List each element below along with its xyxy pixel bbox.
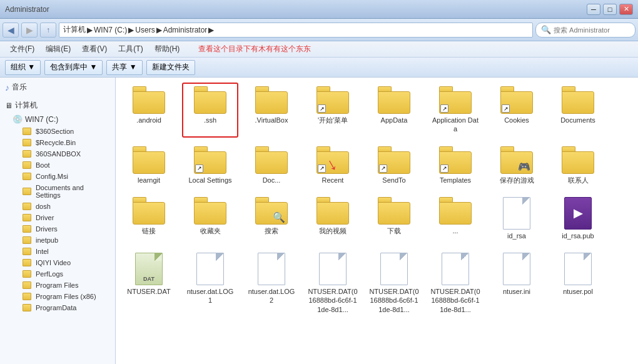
file-item-r1-10[interactable]: Doc... xyxy=(243,143,300,188)
sidebar-item-9[interactable]: inetpub xyxy=(0,235,115,246)
drive-icon: 💿 xyxy=(13,114,23,124)
search-input[interactable] xyxy=(554,26,629,34)
sidebar-item-0[interactable]: $360Section xyxy=(0,126,115,137)
file-item-r2-6[interactable]: 收藏夹 xyxy=(182,193,238,244)
search-bar[interactable]: 🔍 xyxy=(535,23,635,38)
file-item-r1-3[interactable]: ↗'开始'菜单 xyxy=(305,83,361,138)
menu-view[interactable]: 查看(V) xyxy=(77,43,112,56)
menu-edit[interactable]: 编辑(E) xyxy=(41,43,76,56)
sidebar-item-14[interactable]: Program Files (x86) xyxy=(0,291,115,302)
sep2: ▶ xyxy=(128,26,134,34)
address-bar[interactable]: 计算机 ▶ WIN7 (C:) ▶ Users ▶ Administrator … xyxy=(59,23,533,38)
new-folder-button[interactable]: 新建文件夹 xyxy=(146,60,195,75)
address-computer: 计算机 xyxy=(63,24,86,35)
file-item-r2-2[interactable]: ↗Templates xyxy=(427,143,484,188)
sidebar-item-4[interactable]: Config.Msi xyxy=(0,171,115,182)
navigation-bar: ◀ ▶ ↑ 计算机 ▶ WIN7 (C:) ▶ Users ▶ Administ… xyxy=(0,19,638,41)
sidebar-item-2[interactable]: 360SANDBOX xyxy=(0,148,115,159)
file-item-r1-9[interactable]: ↗Local Settings xyxy=(182,143,238,188)
file-item-r1-2[interactable]: .VirtualBox xyxy=(243,83,300,138)
sidebar-win7-label: WIN7 (C:) xyxy=(25,115,58,124)
sidebar-item-7[interactable]: Driver xyxy=(0,212,115,223)
file-item-r1-1[interactable]: .ssh xyxy=(182,83,238,138)
file-item-r3-8[interactable]: ntuser.ini xyxy=(489,249,545,318)
forward-icon: ▶ xyxy=(26,25,33,35)
sidebar-item-11[interactable]: IQIYI Video xyxy=(0,257,115,268)
sep4: ▶ xyxy=(208,26,214,34)
file-item-r3-3[interactable]: ntuser.dat.LOG1 xyxy=(182,249,238,318)
file-item-r2-7[interactable]: 🔍搜索 xyxy=(243,193,300,244)
file-item-r2-1[interactable]: ↗SendTo xyxy=(366,143,422,188)
organize-button[interactable]: 组织 ▼ xyxy=(5,60,41,75)
menu-help[interactable]: 帮助(H) xyxy=(149,43,185,56)
file-item-r1-0[interactable]: .android xyxy=(121,83,177,138)
sidebar-item-1[interactable]: $Recycle.Bin xyxy=(0,137,115,148)
main-area: ♪ 音乐 🖥 计算机 💿 WIN7 (C:) $360Section$Recyc… xyxy=(0,78,638,364)
sidebar-item-15[interactable]: ProgramData xyxy=(0,302,115,313)
file-item-r1-7[interactable]: Documents xyxy=(550,83,606,138)
up-button[interactable]: ↑ xyxy=(40,23,56,38)
menu-tools[interactable]: 工具(T) xyxy=(113,43,148,56)
address-drive: WIN7 (C:) xyxy=(94,26,127,34)
sidebar: ♪ 音乐 🖥 计算机 💿 WIN7 (C:) $360Section$Recyc… xyxy=(0,78,116,364)
file-item-r2-3[interactable]: 🎮保存的游戏 xyxy=(489,143,545,188)
search-icon: 🔍 xyxy=(541,25,551,34)
sidebar-item-computer[interactable]: 🖥 计算机 xyxy=(0,98,115,113)
address-users: Users xyxy=(135,26,154,34)
up-icon: ↑ xyxy=(46,26,50,34)
music-icon: ♪ xyxy=(5,83,9,93)
forward-button[interactable]: ▶ xyxy=(21,23,38,38)
window-title: Administrator xyxy=(5,5,49,14)
file-item-r3-5[interactable]: NTUSER.DAT(016888bd-6c6f-11de-8d1... xyxy=(305,249,361,318)
close-button[interactable]: ✕ xyxy=(619,4,633,15)
file-grid-wrapper: ↓ .android.ssh.VirtualBox↗'开始'菜单AppData↗… xyxy=(121,83,633,318)
file-item-r2-8[interactable]: 我的视频 xyxy=(305,193,361,244)
toolbar: 组织 ▼ 包含到库中 ▼ 共享 ▼ 新建文件夹 xyxy=(0,58,638,78)
sep1: ▶ xyxy=(87,26,93,34)
window-controls[interactable]: ─ □ ✕ xyxy=(587,4,633,15)
share-button[interactable]: 共享 ▼ xyxy=(106,60,142,75)
sidebar-item-5[interactable]: Documents and Settings xyxy=(0,182,115,201)
sidebar-item-8[interactable]: Drivers xyxy=(0,223,115,235)
menu-file[interactable]: 文件(F) xyxy=(5,43,39,56)
sidebar-item-12[interactable]: PerfLogs xyxy=(0,268,115,280)
sidebar-item-13[interactable]: Program Files xyxy=(0,280,115,291)
title-bar: Administrator ─ □ ✕ xyxy=(0,0,638,19)
file-item-r3-1[interactable]: ▶id_rsa.pub xyxy=(550,193,606,244)
sidebar-computer-label: 计算机 xyxy=(15,100,38,111)
sidebar-folders: $360Section$Recycle.Bin360SANDBOXBootCon… xyxy=(0,126,115,313)
sidebar-item-win7[interactable]: 💿 WIN7 (C:) xyxy=(0,113,115,126)
sidebar-item-10[interactable]: Intel xyxy=(0,246,115,257)
menu-bar: 文件(F) 编辑(E) 查看(V) 工具(T) 帮助(H) 查看这个目录下有木有… xyxy=(0,41,638,58)
file-item-r2-10[interactable]: ... xyxy=(427,193,484,244)
file-item-r2-4[interactable]: 联系人 xyxy=(550,143,606,188)
file-item-r2-0[interactable]: ↗Recent xyxy=(305,143,361,188)
address-admin: Administrator xyxy=(163,26,208,34)
file-item-r3-0[interactable]: id_rsa xyxy=(489,193,545,244)
back-button[interactable]: ◀ xyxy=(3,23,19,38)
file-item-r3-9[interactable]: ntuser.pol xyxy=(550,249,606,318)
back-icon: ◀ xyxy=(8,25,14,35)
sidebar-item-6[interactable]: dosh xyxy=(0,201,115,212)
maximize-button[interactable]: □ xyxy=(603,4,617,15)
computer-icon: 🖥 xyxy=(5,101,13,110)
file-item-r3-6[interactable]: NTUSER.DAT(016888bd-6c6f-11de-8d1... xyxy=(366,249,422,318)
file-item-r3-4[interactable]: ntuser.dat.LOG2 xyxy=(243,249,300,318)
file-item-r1-8[interactable]: learngit xyxy=(121,143,177,188)
sidebar-music-label: 音乐 xyxy=(12,82,27,93)
sidebar-item-music[interactable]: ♪ 音乐 xyxy=(0,80,115,94)
file-item-r3-7[interactable]: NTUSER.DAT(016888bd-6c6f-11de-8d1... xyxy=(427,249,484,318)
sidebar-item-3[interactable]: Boot xyxy=(0,159,115,171)
minimize-button[interactable]: ─ xyxy=(587,4,600,15)
file-item-r1-4[interactable]: AppData xyxy=(366,83,422,138)
file-item-r3-2[interactable]: DATNTUSER.DAT xyxy=(121,249,177,318)
file-item-r1-6[interactable]: ↗Cookies xyxy=(489,83,545,138)
include-library-button[interactable]: 包含到库中 ▼ xyxy=(44,60,103,75)
file-item-r1-5[interactable]: ↗Application Data xyxy=(427,83,484,138)
file-area[interactable]: ↓ .android.ssh.VirtualBox↗'开始'菜单AppData↗… xyxy=(116,78,638,364)
file-item-r2-9[interactable]: 下载 xyxy=(366,193,422,244)
file-grid: .android.ssh.VirtualBox↗'开始'菜单AppData↗Ap… xyxy=(121,83,633,318)
sep3: ▶ xyxy=(156,26,162,34)
file-item-r2-5[interactable]: 链接 xyxy=(121,193,177,244)
menu-annotation: 查看这个目录下有木有有这个东东 xyxy=(198,44,311,54)
